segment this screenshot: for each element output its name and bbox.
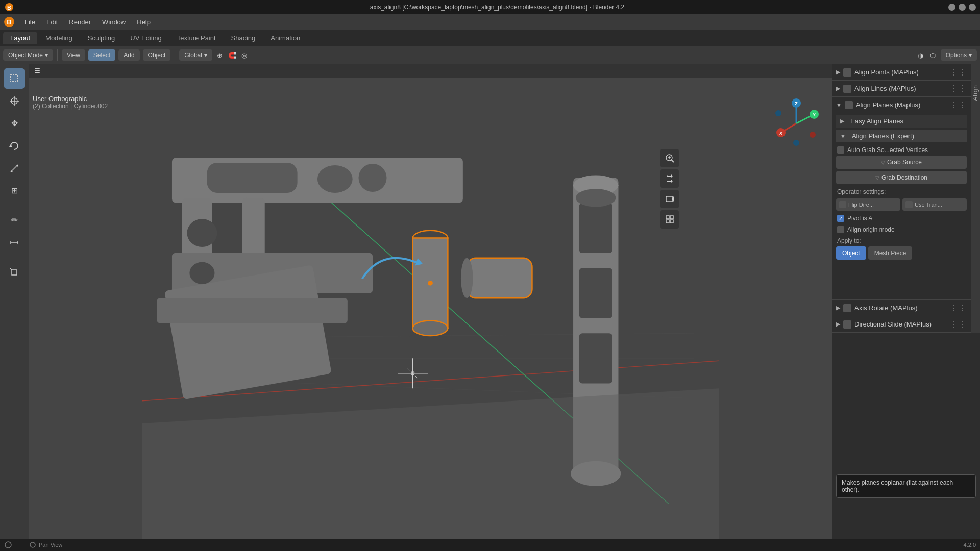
- viewport-menu-icon[interactable]: ☰: [33, 66, 42, 76]
- grab-destination-button[interactable]: ▽ Grab Destination: [836, 171, 967, 184]
- menu-file[interactable]: File: [19, 17, 40, 28]
- rotate-tool-btn[interactable]: [4, 136, 24, 156]
- svg-text:⊞: ⊞: [11, 186, 18, 195]
- transform-tool-btn[interactable]: ⊞: [4, 181, 24, 201]
- grab-source-button[interactable]: ▽ Grab Source: [836, 156, 967, 169]
- svg-rect-50: [467, 258, 532, 298]
- annotate-tool-btn[interactable]: ✏: [4, 210, 24, 231]
- statusbar: Pan View 4.2.0: [0, 539, 980, 551]
- right-edge-tab[interactable]: Align: [971, 64, 980, 333]
- cursor-tool-btn[interactable]: [4, 91, 24, 111]
- viewport-shading-icon[interactable]: ⬡: [928, 51, 938, 60]
- svg-rect-4: [10, 74, 17, 82]
- menu-window[interactable]: Window: [97, 17, 131, 28]
- align-points-label: Align Points (MAPlus): [854, 68, 919, 76]
- use-transform-label: Use Tran...: [915, 202, 942, 208]
- align-lines-dots[interactable]: ⋮⋮: [949, 84, 967, 93]
- axis-rotate-header[interactable]: ▶ Axis Rotate (MAPlus) ⋮⋮: [832, 300, 971, 316]
- align-points-dots[interactable]: ⋮⋮: [949, 67, 967, 77]
- pan-tool[interactable]: [660, 169, 679, 188]
- tab-shading[interactable]: Shading: [224, 32, 263, 44]
- zoom-to-cursor-tool[interactable]: [660, 149, 679, 167]
- svg-text:✏: ✏: [11, 216, 18, 224]
- mesh-piece-apply-btn[interactable]: Mesh Piece: [868, 246, 913, 260]
- titlebar: B axis_align8 [C:\workspace_laptop\mesh_…: [0, 0, 980, 14]
- auto-grab-checkbox[interactable]: [837, 146, 844, 154]
- align-planes-dots[interactable]: ⋮⋮: [949, 100, 967, 110]
- viewport-header: ☰: [29, 64, 832, 78]
- options-btn[interactable]: Options ▾: [941, 49, 977, 61]
- align-planes-icon: [845, 101, 853, 109]
- align-lines-label: Align Lines (MAPlus): [854, 85, 916, 92]
- easy-align-planes-header[interactable]: ▶ Easy Align Planes: [836, 115, 967, 128]
- axis-rotate-dots[interactable]: ⋮⋮: [949, 303, 967, 313]
- add-menu[interactable]: Add: [118, 49, 139, 61]
- close-button[interactable]: [969, 4, 976, 11]
- align-planes-header[interactable]: ▼ Align Planes (Maplus) ⋮⋮: [832, 97, 971, 113]
- svg-rect-40: [579, 268, 612, 318]
- add-cube-tool-btn[interactable]: [4, 262, 24, 283]
- tab-animation[interactable]: Animation: [263, 32, 307, 44]
- svg-point-43: [576, 189, 616, 207]
- mode-label: Object Mode: [8, 52, 43, 59]
- directional-slide-icon: [843, 320, 851, 329]
- flip-direction-checkbox[interactable]: [839, 201, 846, 208]
- transform-pivot-icon[interactable]: ⊕: [215, 51, 225, 60]
- svg-point-65: [775, 110, 781, 116]
- use-transform-btn[interactable]: Use Tran...: [902, 198, 967, 211]
- axis-rotate-section: ▶ Axis Rotate (MAPlus) ⋮⋮: [832, 300, 971, 316]
- measure-tool-btn[interactable]: [4, 233, 24, 253]
- align-lines-header[interactable]: ▶ Align Lines (MAPlus) ⋮⋮: [832, 81, 971, 96]
- select-tool-btn[interactable]: [4, 68, 24, 89]
- align-points-header[interactable]: ▶ Align Points (MAPlus) ⋮⋮: [832, 64, 971, 80]
- pivot-is-a-checkbox[interactable]: [837, 215, 844, 222]
- svg-point-51: [461, 258, 473, 298]
- directional-slide-header[interactable]: ▶ Directional Slide (MAPlus) ⋮⋮: [832, 316, 971, 332]
- svg-point-34: [187, 219, 217, 247]
- svg-line-57: [415, 376, 418, 379]
- svg-text:B: B: [7, 5, 11, 11]
- svg-line-20: [17, 268, 18, 270]
- use-transform-checkbox[interactable]: [905, 201, 913, 208]
- svg-point-78: [30, 542, 35, 547]
- window-controls[interactable]: [948, 4, 976, 11]
- object-menu[interactable]: Object: [143, 49, 171, 61]
- move-tool-btn[interactable]: ✥: [4, 113, 24, 134]
- align-origin-checkbox[interactable]: [837, 226, 844, 233]
- svg-line-10: [11, 165, 18, 172]
- apply-to-row: Object Mesh Piece: [836, 246, 967, 260]
- svg-rect-37: [157, 298, 347, 323]
- gizmo-container[interactable]: Z Y X: [771, 98, 822, 149]
- mode-select[interactable]: Object Mode ▾: [3, 49, 53, 61]
- snap-icon[interactable]: 🧲: [228, 51, 237, 60]
- viewport[interactable]: ☰ User Orthographic (2) Collection | Cyl…: [29, 64, 832, 539]
- scene-canvas[interactable]: User Orthographic (2) Collection | Cylin…: [29, 78, 832, 539]
- transform-selector[interactable]: Global ▾: [179, 49, 212, 61]
- pan-view-label: Pan View: [39, 542, 62, 548]
- add-label: Add: [124, 52, 134, 59]
- grid-tool[interactable]: [660, 210, 679, 229]
- maximize-button[interactable]: [959, 4, 966, 11]
- tab-layout[interactable]: Layout: [3, 32, 37, 44]
- proportional-edit-icon[interactable]: ◎: [240, 51, 249, 60]
- shading-icon[interactable]: ◑: [916, 51, 925, 60]
- menu-render[interactable]: Render: [64, 17, 96, 28]
- select-menu[interactable]: Select: [88, 49, 115, 61]
- align-tab-label[interactable]: Align: [972, 85, 979, 101]
- directional-slide-dots[interactable]: ⋮⋮: [949, 319, 967, 329]
- object-apply-btn[interactable]: Object: [836, 246, 866, 260]
- tab-uv-editing[interactable]: UV Editing: [123, 32, 168, 44]
- tab-modeling[interactable]: Modeling: [38, 32, 80, 44]
- tab-texture-paint[interactable]: Texture Paint: [170, 32, 223, 44]
- menu-edit[interactable]: Edit: [41, 17, 63, 28]
- scale-tool-btn[interactable]: [4, 158, 24, 179]
- view-menu[interactable]: View: [62, 49, 85, 61]
- flip-direction-btn[interactable]: Flip Dire...: [836, 198, 900, 211]
- menu-help[interactable]: Help: [132, 17, 156, 28]
- svg-line-56: [408, 368, 410, 371]
- camera-view-tool[interactable]: [660, 190, 679, 208]
- align-planes-expert-header[interactable]: ▼ Align Planes (Expert): [836, 130, 967, 142]
- minimize-button[interactable]: [948, 4, 955, 11]
- tab-sculpting[interactable]: Sculpting: [81, 32, 122, 44]
- flip-direction-label: Flip Dire...: [848, 202, 874, 208]
